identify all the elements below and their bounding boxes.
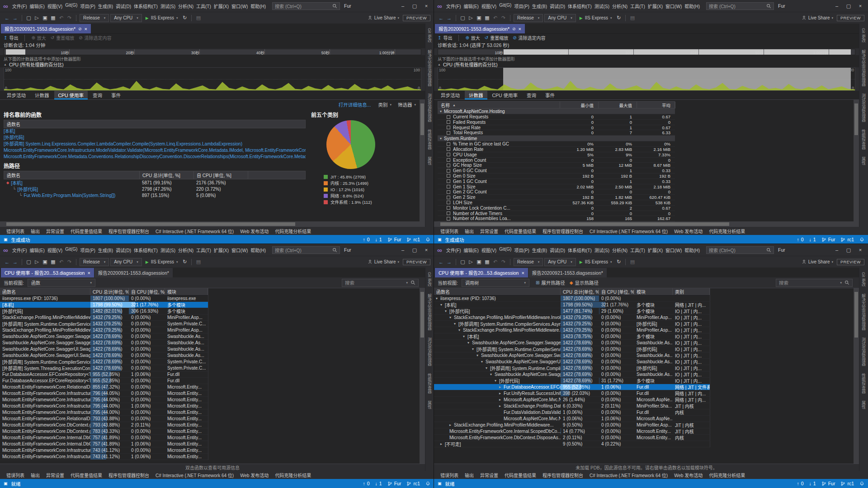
panel-tab[interactable]: 错误列表	[4, 227, 27, 235]
column-header-function[interactable]: 函数名	[434, 288, 561, 295]
menu-item[interactable]: 工具(T)	[195, 2, 212, 10]
function-row[interactable]: Microsoft.EntityFrameworkCore.Infrastruc…	[0, 403, 208, 409]
menu-item[interactable]: 视图(V)	[480, 246, 498, 254]
call-tree-row[interactable]: ▸Fur.DatabaseAccessor.EFCoreR...955 (52.…	[434, 384, 710, 390]
git-push-count[interactable]: ↑0	[363, 237, 369, 242]
menu-item[interactable]: 帮助(H)	[683, 246, 701, 254]
expander-icon[interactable]: ▾	[472, 347, 476, 351]
report-tab[interactable]: 计数器	[465, 91, 487, 99]
hot-reload-icon[interactable]: ↻	[181, 259, 188, 265]
background-tasks-icon[interactable]: ▣	[438, 481, 442, 486]
call-tree-row[interactable]: ▸Fur.UnifyResult.SuccessUnifyRe...398 (2…	[434, 390, 710, 397]
git-push-count[interactable]: ↑0	[363, 481, 369, 486]
git-pull-count[interactable]: ↓1	[375, 481, 382, 486]
save-all-icon[interactable]: ▦	[484, 259, 491, 265]
minimize-button[interactable]: –	[397, 245, 409, 255]
expander-icon[interactable]: ▸	[499, 398, 504, 402]
panel-tab[interactable]: 程序包管理器控制台	[106, 471, 152, 479]
side-tab[interactable]: 解决方案资源管理器	[427, 294, 433, 330]
panel-tab[interactable]: Web 发布活动	[237, 471, 271, 479]
counter-row[interactable]: Number of Active Timers000	[438, 211, 675, 216]
platform-dropdown[interactable]: Any CPU ▾	[110, 14, 142, 22]
checkbox[interactable]	[447, 158, 450, 162]
menu-item[interactable]: 文件(F)	[445, 2, 462, 10]
menu-item[interactable]: 项目(P)	[513, 2, 530, 10]
counter-row[interactable]: Gen 1 Size2.02 MiB2.50 MiB2.18 MiB	[438, 184, 675, 190]
panel-tab[interactable]: 异常设置	[477, 471, 501, 479]
column-header-function[interactable]: 函数名	[0, 288, 90, 295]
menu-item[interactable]: 视图(V)	[480, 2, 498, 10]
cpu-usage-chart[interactable]: 100 0 100 0	[438, 67, 855, 91]
expander-icon[interactable]: ▾	[449, 315, 454, 319]
column-header-total-cpu[interactable]: CPU 总计[单位, %]	[140, 171, 194, 179]
checkbox[interactable]	[447, 201, 450, 204]
side-tab[interactable]: 属性	[861, 157, 867, 165]
git-pull-count[interactable]: ↓1	[809, 237, 816, 242]
counter-row[interactable]: Gen 2 GC Count000	[438, 189, 675, 195]
preview-badge[interactable]: PREVIEW	[837, 15, 864, 21]
panel-tab[interactable]: 程序包管理器控制台	[106, 227, 152, 235]
open-details-link[interactable]: 打开详细信息...	[339, 101, 371, 108]
new-file-icon[interactable]: ▢	[25, 259, 32, 265]
expander-icon[interactable]: ▾	[495, 379, 499, 383]
platform-dropdown[interactable]: Any CPU ▾	[544, 258, 576, 266]
menu-item[interactable]: 编辑(E)	[462, 2, 480, 10]
panel-tab[interactable]: 输出	[28, 227, 42, 235]
menu-item[interactable]: 帮助(H)	[249, 246, 267, 254]
call-tree-row[interactable]: ▾[外部代码]1422 (78.69%)31 (1.72%)多个模块IO | J…	[434, 378, 710, 384]
restore-button[interactable]: ▢	[409, 245, 420, 255]
open-file-icon[interactable]: ▷	[467, 15, 474, 21]
menu-item[interactable]: 分析(N)	[611, 246, 629, 254]
call-tree-row[interactable]: Microsoft.EntityFrameworkCore.DbContext.…	[434, 435, 710, 441]
save-all-icon[interactable]: ▦	[50, 259, 57, 265]
function-row[interactable]: [外部调用] System.Runtime.CompilerServices..…	[0, 359, 208, 365]
menu-item[interactable]: 调试(D)	[114, 246, 132, 254]
menu-item[interactable]: 测试(S)	[159, 2, 177, 10]
redo-icon[interactable]: ↷	[500, 15, 507, 21]
redo-icon[interactable]: ↷	[66, 259, 73, 265]
configuration-dropdown[interactable]: Release ▾	[80, 258, 109, 266]
menu-item[interactable]: 生成(B)	[531, 246, 548, 254]
counter-row[interactable]: Allocation Rate1.20 MiB2.83 MiB2.16 MiB	[438, 147, 675, 152]
cpu-usage-chart[interactable]: 100 0 100 0	[4, 67, 421, 91]
counter-row[interactable]: Failed Requests000	[438, 120, 675, 125]
menu-item[interactable]: 工具(T)	[629, 246, 646, 254]
navigate-backward-icon[interactable]: ←	[438, 259, 444, 265]
call-tree-row[interactable]: ▾StackExchange.Profiling.MiniProfilerMid…	[434, 314, 710, 321]
current-view-dropdown[interactable]: 函数 ▾	[28, 279, 95, 287]
counter-row[interactable]: Exception Count000	[438, 158, 675, 163]
menu-item[interactable]: 项目(P)	[79, 246, 96, 254]
expander-icon[interactable]: ▾	[454, 322, 458, 326]
save-icon[interactable]: ▣	[476, 259, 482, 265]
checkbox[interactable]	[447, 206, 450, 210]
side-tab[interactable]: Git 更改	[427, 272, 433, 286]
preview-badge[interactable]: PREVIEW	[403, 259, 430, 265]
report-tab[interactable]: 事件	[541, 91, 559, 99]
document-tab[interactable]: 报告20200921-1553.diagsession*	[94, 268, 173, 277]
call-tree-row[interactable]: ▾[本机]1798 (99.50%)321 (17.76%)多个模块网络 | J…	[434, 302, 710, 308]
git-repository[interactable]: Fur	[387, 481, 401, 486]
call-tree-row[interactable]: Fur.DataValidation.DataValidati...1 (0.0…	[434, 409, 710, 416]
find-in-files-icon[interactable]: ▤	[195, 259, 202, 265]
expander-icon[interactable]: ▾	[440, 136, 442, 141]
menu-item[interactable]: 调试(D)	[114, 2, 132, 10]
menu-item[interactable]: 扩展(X)	[646, 2, 664, 10]
git-branch[interactable]: rc1	[406, 481, 420, 486]
panel-tab[interactable]: C# Interactive (.NET Framework 64 位)	[153, 227, 236, 235]
column-header-self-cpu[interactable]: 自 CPU [单位, %]	[194, 171, 248, 179]
show-hot-path-button[interactable]: ◆ 显示热路径	[570, 279, 599, 286]
scrollbar-thumb[interactable]	[420, 292, 424, 338]
preview-badge[interactable]: PREVIEW	[403, 15, 430, 21]
tab-close-icon[interactable]: ×	[87, 270, 90, 276]
navigate-forward-icon[interactable]: →	[12, 15, 19, 21]
expand-hot-path-button[interactable]: ⊞ 展开热路径	[536, 279, 565, 286]
scrollbar-thumb[interactable]	[6, 222, 295, 226]
menu-item[interactable]: 体系结构(T)	[132, 2, 159, 10]
new-file-icon[interactable]: ▢	[25, 15, 32, 21]
function-row[interactable]: Microsoft.EntityFrameworkCore.Infrastruc…	[0, 397, 208, 403]
side-tab[interactable]: Git 更改	[427, 28, 433, 42]
panel-tab[interactable]: 代码度量值结果	[502, 227, 539, 235]
menu-item[interactable]: 文件(F)	[11, 246, 28, 254]
menu-item[interactable]: 体系结构(T)	[132, 246, 159, 254]
close-button[interactable]: ×	[854, 245, 866, 255]
